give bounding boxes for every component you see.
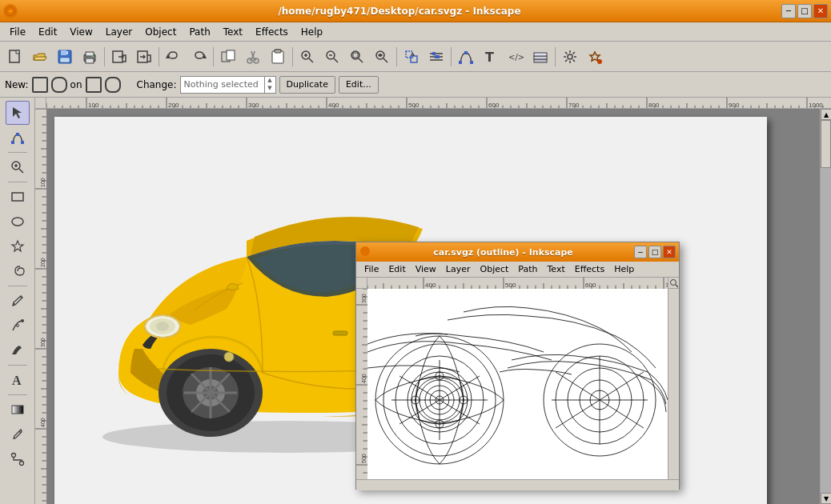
- svg-point-37: [568, 54, 572, 59]
- svg-point-46: [16, 325, 18, 327]
- sw-ruler-row: [356, 278, 679, 289]
- scroll-up-button[interactable]: ▲: [821, 109, 831, 120]
- align-button[interactable]: [424, 45, 448, 69]
- nothing-selected-input[interactable]: Nothing selected ▲ ▼: [180, 76, 276, 94]
- sw-menu-file[interactable]: File: [359, 263, 383, 275]
- zoom-tool[interactable]: [6, 155, 30, 179]
- svg-rect-5: [66, 51, 68, 54]
- svg-point-45: [21, 319, 24, 322]
- sw-minimize[interactable]: −: [634, 246, 647, 258]
- minimize-button[interactable]: −: [781, 4, 796, 18]
- sw-menu-help[interactable]: Help: [609, 263, 639, 275]
- menu-object[interactable]: Object: [138, 25, 183, 39]
- scroll-thumb[interactable]: [821, 120, 831, 168]
- main-title-bar: /home/rugby471/Desktop/car.svgz - Inksca…: [0, 0, 831, 22]
- print-button[interactable]: [78, 45, 102, 69]
- save-button[interactable]: [53, 45, 77, 69]
- menu-text[interactable]: Text: [217, 25, 249, 39]
- redo-button[interactable]: [187, 45, 211, 69]
- menu-view[interactable]: View: [63, 25, 98, 39]
- scroll-down-button[interactable]: ▼: [821, 493, 831, 504]
- sw-close[interactable]: ✕: [663, 246, 676, 258]
- copy-style-button[interactable]: [216, 45, 240, 69]
- new-square-round-button[interactable]: [51, 77, 67, 93]
- scroll-track[interactable]: [821, 120, 831, 493]
- menu-layer[interactable]: Layer: [99, 25, 138, 39]
- ruler-corner: [35, 98, 46, 109]
- zoom-drawing-button[interactable]: [370, 45, 394, 69]
- sw-menu-text[interactable]: Text: [543, 263, 570, 275]
- open-button[interactable]: [28, 45, 52, 69]
- ruler-vertical: [35, 109, 46, 504]
- new-square-button[interactable]: [32, 77, 48, 93]
- transform-button[interactable]: [399, 45, 424, 69]
- node-tool[interactable]: [6, 126, 30, 150]
- menu-path[interactable]: Path: [183, 25, 216, 39]
- main-scrollbar-v[interactable]: ▲ ▼: [820, 109, 831, 504]
- svg-rect-14: [227, 50, 235, 60]
- cut-button[interactable]: [241, 45, 265, 69]
- app-icon: [3, 4, 18, 18]
- svg-rect-36: [534, 53, 547, 56]
- undo-button[interactable]: [162, 45, 186, 69]
- text-tool-left[interactable]: A: [6, 368, 30, 392]
- sw-ruler-v: [356, 289, 367, 479]
- sw-menu-object[interactable]: Object: [476, 263, 514, 275]
- sw-scrollbar-v[interactable]: [668, 289, 679, 479]
- sw-menu-path[interactable]: Path: [513, 263, 542, 275]
- text-tool-button[interactable]: T: [479, 45, 503, 69]
- nothing-selected-spinner[interactable]: ▲ ▼: [264, 77, 275, 93]
- zoom-fit-button[interactable]: [345, 45, 369, 69]
- pen-tool[interactable]: [6, 314, 30, 338]
- ellipse-tool[interactable]: [6, 210, 30, 234]
- sw-menu-layer[interactable]: Layer: [441, 263, 476, 275]
- menu-file[interactable]: File: [3, 25, 32, 39]
- sw-maximize[interactable]: □: [648, 246, 661, 258]
- xml-editor-button[interactable]: </>: [504, 45, 528, 69]
- pencil-tool[interactable]: [6, 289, 30, 313]
- calligraphy-tool[interactable]: [6, 338, 30, 362]
- star-tool[interactable]: [6, 234, 30, 258]
- svg-rect-4: [61, 50, 66, 55]
- spiral-tool[interactable]: [6, 259, 30, 283]
- svg-rect-26: [411, 56, 417, 62]
- sw-icon: [359, 246, 372, 258]
- svg-rect-9: [86, 58, 94, 63]
- close-button[interactable]: ✕: [813, 4, 828, 18]
- sw-menu-view[interactable]: View: [411, 263, 441, 275]
- svg-rect-28: [435, 55, 440, 58]
- on-square1[interactable]: [86, 77, 102, 93]
- dropper-tool[interactable]: [6, 422, 30, 446]
- svg-text:A: A: [12, 374, 22, 387]
- edit-button[interactable]: Edit...: [339, 76, 379, 94]
- rect-tool[interactable]: [6, 185, 30, 209]
- maximize-button[interactable]: □: [797, 4, 812, 18]
- paste-button[interactable]: [266, 45, 290, 69]
- zoom-out-button[interactable]: [320, 45, 344, 69]
- on-square2[interactable]: [105, 77, 121, 93]
- layers-button[interactable]: [528, 45, 552, 69]
- import-button[interactable]: [107, 45, 131, 69]
- menu-effects[interactable]: Effects: [249, 25, 295, 39]
- sw-controls: − □ ✕: [634, 246, 676, 258]
- connect-tool[interactable]: [6, 447, 30, 471]
- export-button[interactable]: [132, 45, 156, 69]
- new-button[interactable]: [3, 45, 27, 69]
- settings-button[interactable]: [558, 45, 582, 69]
- svg-rect-2: [16, 50, 19, 54]
- left-sep-2: [8, 182, 27, 182]
- gradient-tool[interactable]: [6, 398, 30, 422]
- menu-edit[interactable]: Edit: [32, 25, 63, 39]
- menu-help[interactable]: Help: [295, 25, 329, 39]
- selector-tool[interactable]: [6, 101, 30, 125]
- extra-button[interactable]: [583, 45, 607, 69]
- toolbar-sep-3: [213, 47, 214, 66]
- sw-menu-edit[interactable]: Edit: [383, 263, 410, 275]
- second-window: car.svgz (outline) - Inkscape − □ ✕ File…: [355, 242, 680, 490]
- zoom-in-button[interactable]: [295, 45, 319, 69]
- svg-rect-30: [464, 51, 468, 54]
- svg-point-49: [11, 454, 15, 458]
- node-edit-button[interactable]: [454, 45, 478, 69]
- sw-menu-effects[interactable]: Effects: [570, 263, 609, 275]
- duplicate-button[interactable]: Duplicate: [279, 76, 335, 94]
